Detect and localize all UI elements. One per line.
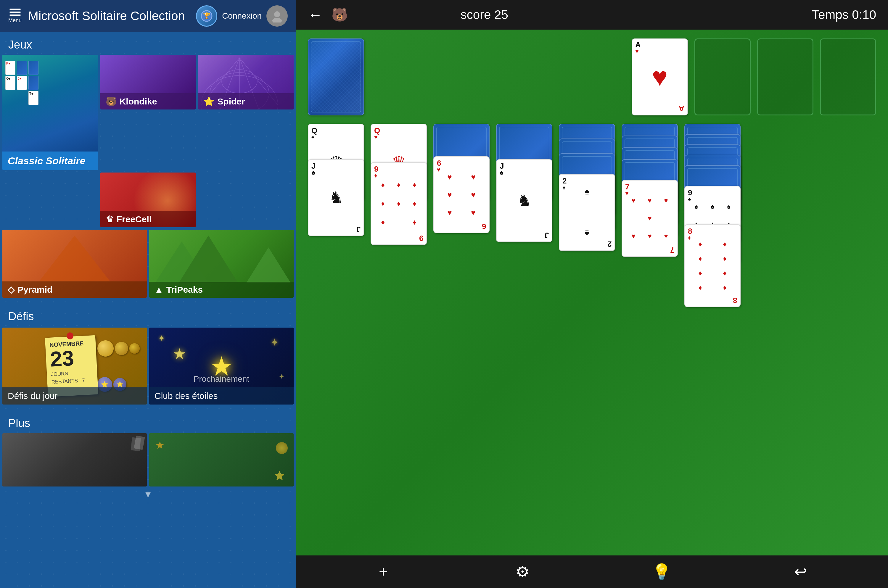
ace-suit-top: ♥ xyxy=(635,48,639,55)
games-section-label: Jeux xyxy=(0,32,296,55)
svg-point-3 xyxy=(272,18,282,22)
challenge-daily[interactable]: ⭐ ⭐ NOVEMBRE 23 JOURS RESTANTS : 7 Défis… xyxy=(2,328,147,405)
back-button[interactable]: ← xyxy=(308,8,322,22)
plus-section-label: Plus xyxy=(0,411,296,433)
tableau-col-5[interactable]: 2 ♠ ♠ ♠ 2 xyxy=(559,124,615,254)
tripeaks-label: TriPeaks xyxy=(166,285,203,295)
app-title: Microsoft Solitaire Collection xyxy=(28,9,189,23)
badge-icon: 🏆 xyxy=(196,5,217,27)
challenge-restants: RESTANTS : 7 xyxy=(51,377,93,385)
foundation-3[interactable] xyxy=(757,39,813,116)
hint-button[interactable]: 💡 xyxy=(650,563,674,581)
card-j-clubs[interactable]: J ♣ ♞ J xyxy=(308,159,364,236)
bear-game-icon: 🐻 xyxy=(332,7,348,22)
foundation-1[interactable]: A ♥ ♥ A xyxy=(632,39,688,116)
left-panel: Menu Microsoft Solitaire Collection 🏆 Co… xyxy=(0,0,296,588)
challenges-section-label: Défis xyxy=(0,304,296,326)
settings-button[interactable]: ⚙ xyxy=(511,563,534,580)
menu-button[interactable]: Menu xyxy=(8,9,22,24)
games-grid-row1: K♥ Q♠ J♥ T♣ Classic Solitaire xyxy=(0,55,296,227)
card-6-hearts[interactable]: 6 ♥ ♥♥ ♥♥ ♥♥ 6 xyxy=(434,156,490,233)
plus-grid: Prochainement ★ ⭐ xyxy=(0,433,296,486)
app-header: Menu Microsoft Solitaire Collection 🏆 Co… xyxy=(0,0,296,32)
pyramid-label: Pyramid xyxy=(18,285,52,295)
klondike-label: Klondike xyxy=(120,96,157,106)
ace-rank: A xyxy=(635,41,641,48)
right-panel: ← 🐻 score 25 Temps 0:10 A ♥ ♥ A xyxy=(296,0,888,588)
game-tile-klondike[interactable]: 🐻 Klondike xyxy=(100,55,196,110)
challenge-stars[interactable]: ✦ ★ ✦ ✦ ★ Prochainement Club des étoiles xyxy=(149,328,294,405)
stars-coming-soon: Prochainement xyxy=(149,374,294,384)
challenge-daily-label: Défis du jour xyxy=(2,387,147,405)
spider-label: Spider xyxy=(217,96,245,106)
classic-label: Classic Solitaire xyxy=(8,155,86,166)
undo-button[interactable]: ↩ xyxy=(789,563,813,580)
timer-display: Temps 0:10 xyxy=(621,8,876,22)
plus-tile-1[interactable]: Prochainement xyxy=(2,433,147,486)
badge-area: 🏆 Connexion xyxy=(196,5,288,27)
svg-text:🏆: 🏆 xyxy=(203,12,210,19)
challenge-day: 23 xyxy=(50,346,93,370)
foundation-4[interactable] xyxy=(820,39,876,116)
card-9-diamonds[interactable]: 9 ♦ ♦♦♦ ♦♦♦ ♦♦ 9 xyxy=(370,162,427,245)
klondike-icon: 🐻 xyxy=(106,96,117,106)
game-tile-tripeaks[interactable]: ▲ TriPeaks xyxy=(149,230,294,298)
tableau-col-3[interactable]: 6 ♥ ♥♥ ♥♥ ♥♥ 6 xyxy=(434,124,490,242)
pyramid-icon: ◇ xyxy=(8,284,15,295)
spider-icon: ⭐ xyxy=(203,96,214,106)
tableau-col-7[interactable]: 9 ♠ ♠♠♠ ♠♠♠ ♠♠ 9 8 ♦ ♦♦ ♦♦ ♦ xyxy=(684,124,741,310)
ace-center: ♥ xyxy=(652,64,668,90)
stock-pile[interactable] xyxy=(308,39,364,116)
score-display: score 25 xyxy=(357,8,612,22)
menu-label: Menu xyxy=(8,18,22,24)
game-tile-spider[interactable]: ⭐ Spider xyxy=(198,55,294,110)
plus-tile-2[interactable]: ★ ⭐ xyxy=(149,433,294,486)
foundation-2[interactable] xyxy=(694,39,751,116)
card-8-diamonds[interactable]: 8 ♦ ♦♦ ♦♦ ♦♦ ♦♦ 8 xyxy=(684,224,741,307)
tableau: Q ♠ ♛ Q J ♣ ♞ J xyxy=(308,124,876,310)
tableau-col-6[interactable]: 7 ♥ ♥♥♥ ♥ ♥♥♥ 7 xyxy=(622,124,678,292)
tableau-col-2[interactable]: Q ♥ ♛ Q 9 ♦ ♦♦♦ ♦♦♦ ♦♦ xyxy=(370,124,427,257)
user-avatar[interactable] xyxy=(266,5,288,27)
challenges-grid: ⭐ ⭐ NOVEMBRE 23 JOURS RESTANTS : 7 Défis… xyxy=(0,328,296,405)
card-j-clubs-2[interactable]: J ♣ ♞ J xyxy=(496,159,552,242)
game-bottom-bar: + ⚙ 💡 ↩ xyxy=(296,555,888,588)
add-button[interactable]: + xyxy=(372,563,395,580)
challenge-stars-label: Club des étoiles xyxy=(149,387,294,405)
tableau-col-4[interactable]: J ♣ ♞ J xyxy=(496,124,552,248)
ace-rank-bot: A xyxy=(679,104,684,113)
game-tile-classic[interactable]: K♥ Q♠ J♥ T♣ Classic Solitaire xyxy=(2,55,98,170)
card-7-hearts[interactable]: 7 ♥ ♥♥♥ ♥ ♥♥♥ 7 xyxy=(622,180,678,257)
freecell-label: FreeCell xyxy=(117,214,152,224)
game-tile-freecell[interactable]: ♛ FreeCell xyxy=(100,172,196,227)
tripeaks-icon: ▲ xyxy=(154,285,164,295)
scroll-indicator: ▼ xyxy=(0,486,296,502)
card-2-spades[interactable]: 2 ♠ ♠ ♠ 2 xyxy=(559,174,615,251)
card-table: A ♥ ♥ A Q ♠ ♛ xyxy=(296,30,888,555)
game-header: ← 🐻 score 25 Temps 0:10 xyxy=(296,0,888,30)
games-grid-row2: ◇ Pyramid ▲ TriPeaks xyxy=(0,230,296,298)
svg-point-2 xyxy=(274,11,280,17)
connexion-text[interactable]: Connexion xyxy=(222,11,262,21)
tableau-col-1[interactable]: Q ♠ ♛ Q J ♣ ♞ J xyxy=(308,124,364,248)
top-row: A ♥ ♥ A xyxy=(308,39,876,116)
freecell-icon: ♛ xyxy=(106,214,114,224)
game-tile-pyramid[interactable]: ◇ Pyramid xyxy=(2,230,147,298)
